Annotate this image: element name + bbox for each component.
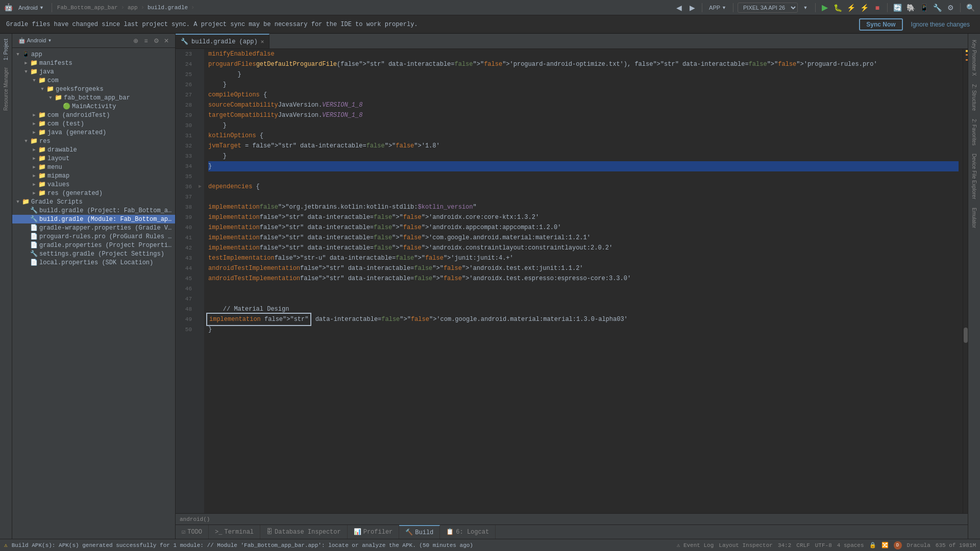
android-dropdown-btn[interactable]: 🤖 Android ▼ <box>16 37 54 44</box>
project-dropdown[interactable]: Android ▼ <box>16 4 46 12</box>
right-scrollbar[interactable] <box>963 49 968 513</box>
indent[interactable]: 4 spaces <box>837 542 864 548</box>
fold-indicator[interactable]: ▶ <box>196 182 204 192</box>
fold-indicator[interactable] <box>196 141 204 151</box>
code-line[interactable]: jvmTarget = false">"str" data-interactab… <box>208 141 959 151</box>
favorites-btn[interactable]: 2: Favorites <box>970 115 978 149</box>
project-panel-btn[interactable]: 1: Project <box>2 36 10 63</box>
tree-item[interactable]: ▶ 📁 com (test) <box>12 119 175 128</box>
tree-item[interactable]: 🔧 build.gradle (Project: Fab_Bottom_app_… <box>12 206 175 215</box>
fold-indicator[interactable] <box>196 222 204 233</box>
emulator-btn[interactable]: Emulator <box>970 204 978 232</box>
tab-build-gradle[interactable]: 🔧 build.gradle (app) ✕ <box>176 34 270 48</box>
code-line[interactable]: androidTestImplementation false">"str" d… <box>208 263 959 273</box>
code-line[interactable]: testImplementation false">"str-u" data-i… <box>208 253 959 263</box>
close-panel-btn[interactable]: ✕ <box>162 36 171 45</box>
code-line[interactable]: implementation false">"org.jetbrains.kot… <box>208 202 959 212</box>
fold-indicator[interactable] <box>196 151 204 161</box>
fold-indicator[interactable] <box>196 171 204 182</box>
code-line[interactable]: minifyEnabled false <box>208 49 959 59</box>
code-line[interactable]: androidTestImplementation false">"str" d… <box>208 273 959 284</box>
tree-item[interactable]: ▼ 📁 geeksforgeeks <box>12 85 175 93</box>
bottom-tab-todo[interactable]: ☑ TODO <box>176 525 209 539</box>
tree-item[interactable]: ▶ 📁 mipmap <box>12 171 175 180</box>
settings-btn[interactable]: ⚙ <box>945 2 956 13</box>
tree-item[interactable]: 📄 gradle.properties (Project Properties) <box>12 241 175 249</box>
tree-item[interactable]: 🟢 MainActivity <box>12 102 175 111</box>
fold-indicator[interactable] <box>196 273 204 284</box>
fold-indicator[interactable] <box>196 263 204 273</box>
sdk-btn[interactable]: 🔧 <box>932 2 943 13</box>
tree-item[interactable]: ▶ 📁 layout <box>12 154 175 163</box>
tree-item[interactable]: ▶ 📁 manifests <box>12 59 175 67</box>
code-line[interactable] <box>208 171 959 182</box>
code-line[interactable]: kotlinOptions { <box>208 131 959 141</box>
tree-item[interactable]: ▼ 📁 res <box>12 137 175 145</box>
fold-indicator[interactable] <box>196 161 204 171</box>
fold-indicator[interactable] <box>196 243 204 253</box>
code-line[interactable] <box>208 284 959 294</box>
fold-indicator[interactable] <box>196 120 204 131</box>
fold-indicator[interactable] <box>196 100 204 110</box>
search-btn[interactable]: 🔍 <box>965 2 976 13</box>
layout-inspector-btn[interactable]: Layout Inspector <box>719 542 773 548</box>
bottom-tab-terminal[interactable]: >_ Terminal <box>209 525 260 539</box>
tree-item[interactable]: ▼ 📁 com <box>12 76 175 85</box>
code-line[interactable] <box>208 294 959 304</box>
run-btn[interactable]: ▶ <box>820 2 830 13</box>
fold-indicator[interactable] <box>196 110 204 120</box>
device-file-btn[interactable]: Device File Explorer <box>970 149 978 203</box>
fold-indicator[interactable] <box>196 202 204 212</box>
event-log-btn[interactable]: ⚠ Event Log <box>677 542 714 548</box>
debug-btn[interactable]: 🐛 <box>832 2 843 13</box>
collapse-btn[interactable]: ≡ <box>141 36 151 45</box>
tree-item[interactable]: ▶ 📁 res (generated) <box>12 189 175 197</box>
code-line[interactable]: implementation false">"str" data-interac… <box>208 233 959 243</box>
tab-close-btn[interactable]: ✕ <box>261 38 264 45</box>
sync-btn[interactable]: 🔄 <box>892 2 903 13</box>
navigate-back-btn[interactable]: ◀ <box>673 2 684 13</box>
tree-item[interactable]: ▼ 📁 Gradle Scripts <box>12 197 175 206</box>
tree-item[interactable]: ▶ 📁 drawable <box>12 145 175 154</box>
line-separator[interactable]: CRLF <box>796 542 810 548</box>
code-line[interactable]: implementation false">"str" data-interac… <box>208 212 959 222</box>
tree-item[interactable]: ▶ 📁 com (androidTest) <box>12 111 175 119</box>
stop-btn[interactable]: ■ <box>872 2 883 13</box>
scrollbar-thumb[interactable] <box>964 328 968 343</box>
tree-item[interactable]: 🔧 settings.gradle (Project Settings) <box>12 249 175 258</box>
app-config-btn[interactable]: APP ▼ <box>706 4 729 12</box>
tree-item[interactable]: 📄 gradle-wrapper.properties (Gradle Vers… <box>12 223 175 232</box>
fold-indicator[interactable] <box>196 324 204 335</box>
code-line[interactable]: targetCompatibility JavaVersion.VERSION_… <box>208 110 959 120</box>
fold-indicator[interactable] <box>196 90 204 100</box>
fold-indicator[interactable] <box>196 253 204 263</box>
fold-indicator[interactable] <box>196 212 204 222</box>
bottom-tab-database[interactable]: 🗄 Database Inspector <box>260 525 348 539</box>
navigate-fwd-btn[interactable]: ▶ <box>687 2 698 13</box>
code-line[interactable]: implementation false">"str" data-interac… <box>208 314 959 324</box>
code-line[interactable]: sourceCompatibility JavaVersion.VERSION_… <box>208 100 959 110</box>
device-select[interactable]: PIXEL 3A API 26 <box>738 3 798 13</box>
structure-btn[interactable]: Z: Structure <box>970 80 978 115</box>
tree-item[interactable]: 📄 proguard-rules.pro (ProGuard Rules for… <box>12 232 175 241</box>
sync-now-btn[interactable]: Sync Now <box>859 18 902 31</box>
code-line[interactable]: } <box>208 69 959 80</box>
code-line[interactable]: } <box>208 151 959 161</box>
fold-indicator[interactable] <box>196 314 204 324</box>
fold-indicator[interactable] <box>196 80 204 90</box>
fold-indicator[interactable] <box>196 192 204 202</box>
settings-panel-btn[interactable]: ⚙ <box>152 36 161 45</box>
fold-indicator[interactable] <box>196 284 204 294</box>
code-line[interactable]: } <box>208 324 959 335</box>
apply-changes-btn[interactable]: ⚡ <box>859 2 870 13</box>
device-arrow[interactable]: ▼ <box>800 2 811 13</box>
fold-indicator[interactable] <box>196 294 204 304</box>
bottom-tab-build[interactable]: 🔨 Build <box>399 525 440 539</box>
code-line[interactable]: dependencies { <box>208 182 959 192</box>
profile-btn[interactable]: ⚡ <box>845 2 856 13</box>
bottom-tab-logcat[interactable]: 📋 6: Logcat <box>440 525 496 539</box>
fold-indicator[interactable] <box>196 233 204 243</box>
code-line[interactable]: } <box>208 120 959 131</box>
tree-item[interactable]: ▶ 📁 menu <box>12 163 175 171</box>
bottom-tab-profiler[interactable]: 📊 Profiler <box>348 525 400 539</box>
